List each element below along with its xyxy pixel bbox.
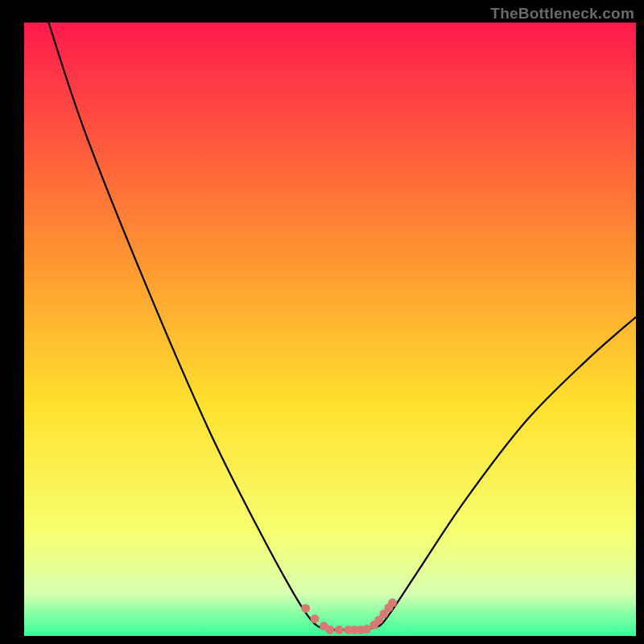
- watermark-text: TheBottleneck.com: [490, 5, 634, 23]
- curve-marker-floor: [335, 625, 344, 634]
- curve-marker-left: [311, 614, 320, 623]
- bottleneck-chart: [0, 0, 644, 644]
- chart-frame: TheBottleneck.com: [0, 0, 644, 644]
- curve-marker-floor: [326, 625, 335, 634]
- plot-background: [24, 23, 636, 636]
- curve-marker-right: [388, 598, 397, 607]
- curve-marker-left: [301, 604, 310, 613]
